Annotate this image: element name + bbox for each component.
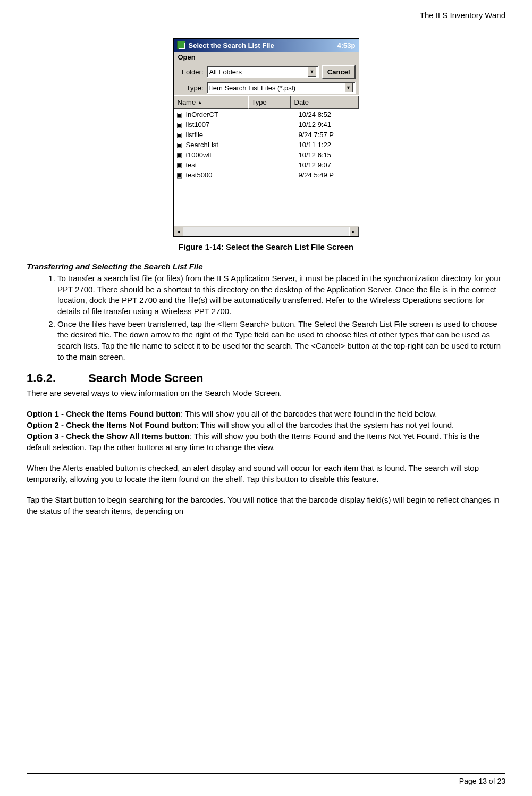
list-item[interactable]: ▣test10/12 9:07 (174, 160, 359, 170)
folder-select[interactable]: All Folders ▼ (207, 66, 319, 78)
horizontal-scrollbar[interactable]: ◄ ► (174, 226, 359, 236)
list-item[interactable]: ▣listfile9/24 7:57 P (174, 130, 359, 140)
file-list: ▣InOrderCT10/24 8:52 ▣list100710/12 9:41… (174, 109, 359, 226)
dialog-window: Select the Search List File 4:53p Open F… (173, 38, 359, 237)
transfer-heading: Transferring and Selecting the Search Li… (27, 262, 505, 271)
app-icon (177, 41, 185, 49)
menu-open[interactable]: Open (178, 53, 196, 61)
page-footer: Page 13 of 23 (27, 773, 505, 785)
title-bar: Select the Search List File 4:53p (174, 39, 359, 52)
alerts-paragraph: When the Alerts enabled button is checke… (27, 462, 505, 485)
step-item: To transfer a search list file (or files… (57, 273, 505, 317)
column-headers: Name Type Date (174, 95, 359, 109)
page-header: The ILS Inventory Wand (27, 11, 505, 22)
start-paragraph: Tap the Start button to begin searching … (27, 494, 505, 516)
list-item[interactable]: ▣SearchList10/11 1:22 (174, 140, 359, 150)
col-type[interactable]: Type (248, 96, 291, 109)
scroll-right-icon[interactable]: ► (349, 227, 359, 236)
page-number: Page 13 of 23 (459, 777, 505, 785)
type-value: Item Search List Files (*.psl) (209, 84, 344, 92)
section-number: 1.6.2. (27, 371, 85, 385)
option-1: Option 1 - Check the Items Found button:… (27, 408, 505, 419)
file-icon: ▣ (176, 111, 186, 118)
type-select[interactable]: Item Search List Files (*.psl) ▼ (207, 82, 356, 94)
section-title: Search Mode Screen (88, 371, 203, 385)
list-item[interactable]: ▣InOrderCT10/24 8:52 (174, 109, 359, 120)
scroll-track[interactable] (183, 227, 349, 236)
type-label: Type: (177, 84, 204, 92)
transfer-steps: To transfer a search list file (or files… (27, 273, 505, 363)
file-icon: ▣ (176, 151, 186, 159)
list-item[interactable]: ▣list100710/12 9:41 (174, 120, 359, 130)
col-date[interactable]: Date (291, 96, 359, 109)
clock-label: 4:53p (337, 41, 356, 49)
file-icon: ▣ (176, 131, 186, 139)
figure-caption: Figure 1-14: Select the Search List File… (179, 242, 353, 251)
col-name[interactable]: Name (174, 96, 248, 109)
option-2: Option 2 - Check the Items Not Found but… (27, 419, 505, 430)
menu-bar: Open (174, 52, 359, 63)
folder-label: Folder: (177, 68, 204, 76)
file-icon: ▣ (176, 162, 186, 169)
scroll-left-icon[interactable]: ◄ (174, 227, 183, 236)
cancel-button[interactable]: Cancel (322, 65, 356, 79)
header-title: The ILS Inventory Wand (420, 11, 505, 20)
folder-value: All Folders (209, 68, 308, 76)
file-icon: ▣ (176, 172, 186, 179)
list-item[interactable]: ▣test50009/24 5:49 P (174, 170, 359, 180)
list-item[interactable]: ▣t1000wlt10/12 6:15 (174, 150, 359, 160)
step-item: Once the files have been transferred, ta… (57, 319, 505, 363)
chevron-down-icon: ▼ (344, 83, 353, 92)
section-intro: There are several ways to view informati… (27, 387, 505, 399)
file-icon: ▣ (176, 141, 186, 149)
option-3: Option 3 - Check the Show All Items butt… (27, 430, 505, 453)
file-icon: ▣ (176, 121, 186, 129)
section-heading: 1.6.2. Search Mode Screen (27, 371, 505, 385)
window-title: Select the Search List File (189, 41, 337, 49)
chevron-down-icon: ▼ (308, 67, 316, 77)
